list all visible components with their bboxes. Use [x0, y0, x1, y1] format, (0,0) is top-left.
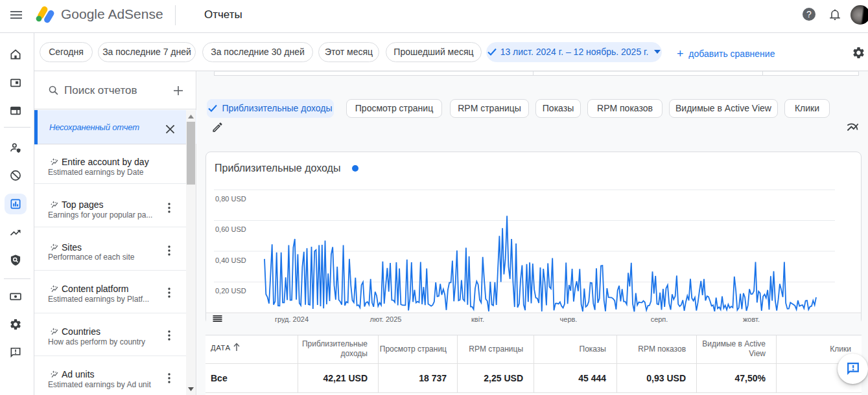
- svg-text:0,40 USD: 0,40 USD: [215, 256, 246, 264]
- svg-text:0,80 USD: 0,80 USD: [215, 195, 246, 203]
- svg-text:?: ?: [806, 9, 812, 19]
- svg-text:0,60 USD: 0,60 USD: [215, 225, 246, 233]
- svg-text:жовт.: жовт.: [743, 315, 760, 323]
- svg-text:0,20 USD: 0,20 USD: [215, 287, 246, 295]
- svg-text:серп.: серп.: [651, 315, 668, 323]
- svg-text:груд. 2024: груд. 2024: [275, 315, 309, 323]
- svg-text:черв.: черв.: [560, 315, 578, 323]
- svg-text:лют. 2025: лют. 2025: [370, 315, 402, 323]
- svg-text:квіт.: квіт.: [471, 315, 484, 323]
